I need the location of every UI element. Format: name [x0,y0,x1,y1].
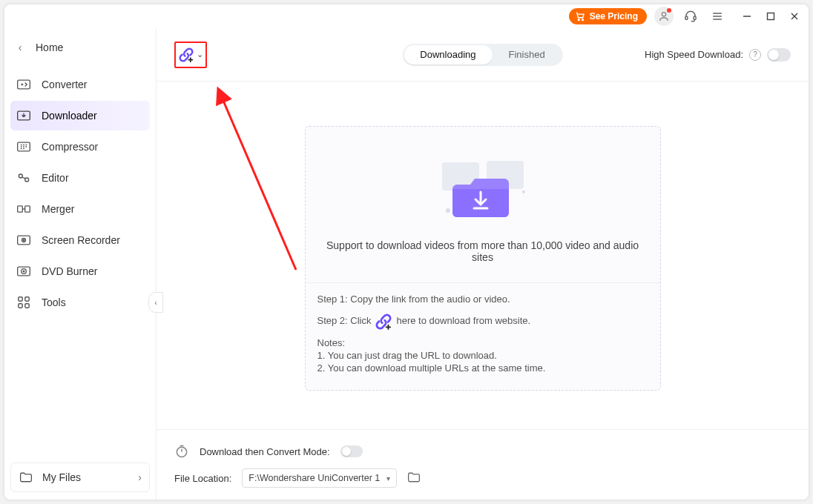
nav-label: Compressor [42,141,98,153]
timer-icon[interactable] [174,444,189,459]
high-speed-download: High Speed Download: ? [645,48,791,62]
sidebar-item-screen-recorder[interactable]: Screen Recorder [10,225,150,255]
svg-line-17 [22,177,26,179]
cart-icon [575,11,585,21]
minimize-button[interactable] [740,10,754,23]
support-icon[interactable] [681,7,700,26]
svg-point-37 [522,190,525,193]
drop-card-top: Support to download videos from more tha… [306,127,660,283]
see-pricing-button[interactable]: See Pricing [569,8,647,24]
status-tabs: Downloading Finished [402,44,562,66]
nav-label: Converter [42,79,87,90]
file-location-label: File Location: [174,473,231,484]
nav-label: Screen Recorder [42,234,120,246]
convert-mode-toggle[interactable] [340,445,363,457]
nav-label: Downloader [42,110,97,122]
my-files-button[interactable]: My Files › [10,462,150,492]
dvd-burner-icon [16,264,31,279]
merger-icon [16,202,31,216]
nav-label: Tools [42,296,66,308]
svg-line-33 [219,90,296,270]
sidebar: ‹ Home Converter Downloader Compressor [4,28,156,500]
back-icon: ‹ [15,42,25,53]
svg-rect-28 [25,297,29,301]
window-controls [740,10,801,23]
home-label: Home [36,42,63,53]
chevron-down-icon: ⌄ [197,50,203,59]
file-location-value: F:\Wondershare UniConverter 1 [248,473,380,483]
svg-rect-30 [25,304,29,308]
downloader-icon [16,108,31,123]
high-speed-toggle[interactable] [767,48,791,62]
link-plus-icon [375,314,392,330]
svg-rect-4 [694,16,696,20]
sidebar-item-compressor[interactable]: Compressor [10,132,150,162]
compressor-icon [16,139,31,154]
nav-label: Merger [42,203,74,215]
step-2: Step 2: Click here to download from webs… [317,314,648,330]
chevron-right-icon: › [138,471,142,483]
notes-title: Notes: [317,337,648,350]
svg-rect-19 [25,206,30,212]
svg-rect-27 [19,297,22,301]
tab-downloading[interactable]: Downloading [404,45,492,64]
screen-recorder-icon [16,233,31,248]
titlebar: See Pricing [4,4,809,28]
support-text: Support to download videos from more tha… [317,239,648,263]
main-panel: ⌄ Downloading Finished High Speed Downlo… [156,28,809,500]
convert-mode-label: Download then Convert Mode: [200,446,330,457]
sidebar-item-downloader[interactable]: Downloader [10,101,150,130]
svg-point-42 [177,447,186,457]
account-icon[interactable] [654,7,674,26]
svg-point-36 [446,208,450,213]
svg-point-23 [23,239,24,241]
paste-url-button[interactable]: ⌄ [174,42,207,68]
close-button[interactable] [788,10,801,23]
svg-point-1 [582,19,583,21]
svg-point-26 [23,271,24,272]
content-area: Support to download videos from more tha… [157,82,809,429]
menu-icon[interactable] [708,7,727,26]
tab-finished[interactable]: Finished [493,45,562,64]
annotation-arrow [207,84,303,277]
high-speed-label: High Speed Download: [645,49,743,60]
sidebar-item-editor[interactable]: Editor [10,163,150,193]
svg-rect-3 [685,16,688,20]
sidebar-item-dvd-burner[interactable]: DVD Burner [10,256,150,286]
nav-label: Editor [42,172,69,184]
svg-rect-18 [18,206,23,212]
nav-label: DVD Burner [42,265,97,277]
download-illustration [427,147,539,229]
drop-card-steps: Step 1: Copy the link from the audio or … [306,283,660,390]
svg-rect-9 [768,13,774,20]
svg-rect-29 [19,304,22,308]
maximize-button[interactable] [764,10,777,23]
drop-card[interactable]: Support to download videos from more tha… [305,126,661,391]
notification-dot [667,8,671,13]
my-files-label: My Files [42,471,81,483]
folder-icon [19,470,33,485]
note-2: 2. You can download multiple URLs at the… [317,362,648,375]
toolbar: ⌄ Downloading Finished High Speed Downlo… [157,28,809,82]
sidebar-item-merger[interactable]: Merger [10,194,150,224]
open-folder-button[interactable] [407,471,421,485]
link-plus-icon [179,47,194,62]
converter-icon [16,77,31,92]
help-icon[interactable]: ? [749,49,761,61]
sidebar-item-converter[interactable]: Converter [10,70,150,99]
svg-point-0 [578,19,579,21]
note-1: 1. You can just drag the URL to download… [317,350,648,362]
see-pricing-label: See Pricing [590,11,638,21]
svg-point-2 [662,13,665,16]
app-window: See Pricing ‹ Home Conver [4,4,809,500]
tools-icon [16,295,31,310]
home-row[interactable]: ‹ Home [10,31,150,64]
step-1: Step 1: Copy the link from the audio or … [317,294,648,306]
sidebar-item-tools[interactable]: Tools [10,288,150,317]
file-location-select[interactable]: F:\Wondershare UniConverter 1 [242,468,397,488]
nav-list: Converter Downloader Compressor Editor M… [10,70,150,317]
footer: Download then Convert Mode: File Locatio… [157,429,809,500]
editor-icon [16,170,31,185]
